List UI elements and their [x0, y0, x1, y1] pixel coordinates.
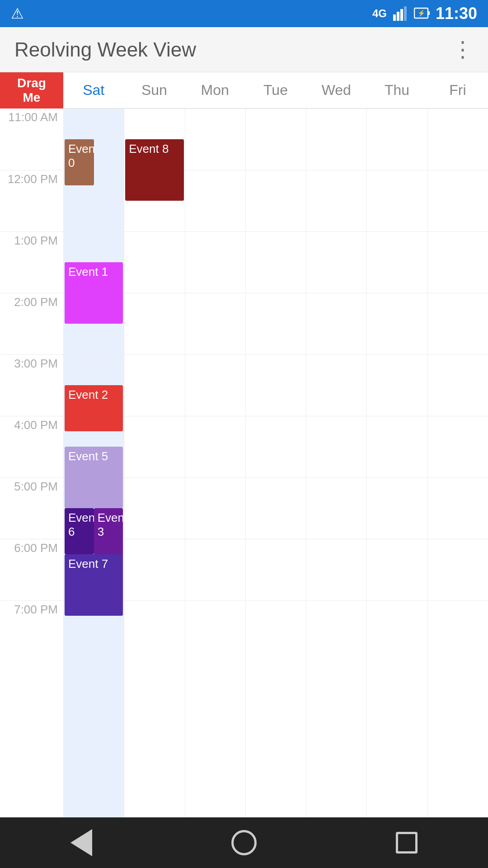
day-header-fri[interactable]: Fri	[427, 72, 488, 108]
recent-apps-button[interactable]	[389, 825, 425, 861]
status-bar-left: ⚠	[11, 5, 24, 22]
time-cell	[124, 539, 184, 600]
time-label-2pm: 2:00 PM	[0, 293, 63, 354]
back-icon	[70, 829, 92, 856]
time-cell	[246, 539, 306, 600]
time-cell	[185, 477, 245, 539]
time-cell	[306, 539, 366, 600]
time-cell	[124, 293, 184, 354]
time-cell	[124, 600, 184, 662]
status-time: 11:30	[436, 4, 477, 23]
battery-icon: ⚡	[414, 5, 430, 22]
event-block-event1[interactable]: Event 1	[65, 262, 123, 324]
svg-text:⚡: ⚡	[417, 9, 425, 17]
event-block-event7[interactable]: Event 7	[65, 554, 123, 616]
status-bar-right: 4G ⚡ 11:30	[372, 4, 477, 23]
network-indicator: 4G	[372, 7, 387, 20]
time-cell	[185, 293, 245, 354]
calendar-scroll[interactable]: 11:00 AM 12:00 PM 1:00 PM 2:00 PM 3:00 P…	[0, 108, 488, 817]
time-cell	[246, 354, 306, 416]
time-label-5pm: 5:00 PM	[0, 477, 63, 539]
warning-icon: ⚠	[11, 5, 24, 22]
time-cell	[185, 539, 245, 600]
svg-rect-2	[400, 9, 403, 21]
time-gutter: 11:00 AM 12:00 PM 1:00 PM 2:00 PM 3:00 P…	[0, 108, 63, 817]
svg-rect-0	[393, 14, 396, 21]
time-cell	[306, 231, 366, 293]
event-block-event8[interactable]: Event 8	[125, 139, 183, 201]
time-cell	[246, 293, 306, 354]
event-block-event0[interactable]: Event 0	[65, 139, 94, 185]
time-cell	[185, 231, 245, 293]
day-column-sun: Event 8	[124, 108, 184, 817]
time-cell	[124, 354, 184, 416]
signal-icon	[392, 5, 408, 22]
time-cell	[246, 231, 306, 293]
time-cell	[246, 108, 306, 170]
time-cell	[124, 231, 184, 293]
event-block-event2[interactable]: Event 2	[65, 385, 123, 431]
back-button[interactable]	[63, 825, 99, 861]
time-cell	[367, 477, 427, 539]
time-cell	[306, 108, 366, 170]
time-cell	[428, 477, 488, 539]
time-cell	[367, 231, 427, 293]
day-column-mon	[185, 108, 245, 817]
day-header-mon[interactable]: Mon	[185, 72, 245, 108]
day-column-sat: Event 0Event 1Event 2Event 5Event 6Event…	[63, 108, 124, 817]
time-cell	[185, 170, 245, 231]
time-cell	[428, 170, 488, 231]
time-cell	[428, 231, 488, 293]
time-cell	[124, 416, 184, 477]
time-cell	[306, 600, 366, 662]
bottom-navigation	[0, 817, 488, 868]
time-cell	[428, 600, 488, 662]
svg-rect-1	[397, 12, 399, 21]
calendar-container: Drag Me Sat Sun Mon Tue Wed Thu Fri 11:0…	[0, 72, 488, 817]
day-header-thu[interactable]: Thu	[366, 72, 427, 108]
time-cell	[428, 108, 488, 170]
event-block-event6[interactable]: Event 6	[65, 508, 94, 554]
day-header-tue[interactable]: Tue	[245, 72, 306, 108]
time-label-7pm: 7:00 PM	[0, 600, 63, 662]
day-header-row: Drag Me Sat Sun Mon Tue Wed Thu Fri	[0, 72, 488, 108]
time-label-6pm: 6:00 PM	[0, 539, 63, 600]
home-button[interactable]	[226, 825, 262, 861]
day-header-sun[interactable]: Sun	[124, 72, 184, 108]
time-cell	[246, 600, 306, 662]
svg-rect-3	[404, 6, 407, 21]
time-label-3pm: 3:00 PM	[0, 354, 63, 416]
time-cell	[367, 416, 427, 477]
time-cell	[428, 354, 488, 416]
day-column-wed	[306, 108, 366, 817]
time-cell	[306, 477, 366, 539]
time-cell	[306, 170, 366, 231]
time-cell	[185, 354, 245, 416]
day-header-wed[interactable]: Wed	[306, 72, 366, 108]
time-cell	[367, 600, 427, 662]
day-column-fri	[427, 108, 488, 817]
time-cell	[246, 170, 306, 231]
time-cell	[185, 600, 245, 662]
time-label-12pm: 12:00 PM	[0, 170, 63, 231]
time-cell	[246, 416, 306, 477]
time-cell	[428, 539, 488, 600]
time-cell	[246, 477, 306, 539]
time-cell	[124, 477, 184, 539]
day-header-sat[interactable]: Sat	[63, 72, 124, 108]
time-gutter-header: Drag Me	[0, 72, 63, 108]
time-label-1pm: 1:00 PM	[0, 231, 63, 293]
status-bar: ⚠ 4G ⚡ 11:30	[0, 0, 488, 27]
time-cell	[367, 170, 427, 231]
event-block-event5[interactable]: Event 5	[65, 447, 123, 508]
drag-me-button[interactable]: Drag Me	[0, 72, 63, 108]
home-icon	[231, 830, 257, 855]
time-cell	[367, 354, 427, 416]
time-cell	[367, 108, 427, 170]
day-headers: Sat Sun Mon Tue Wed Thu Fri	[63, 72, 488, 108]
more-menu-button[interactable]: ⋮	[452, 39, 474, 61]
calendar-grid: Event 0Event 1Event 2Event 5Event 6Event…	[63, 108, 488, 817]
time-cell	[306, 354, 366, 416]
app-bar: Reolving Week View ⋮	[0, 27, 488, 72]
time-cell	[367, 293, 427, 354]
